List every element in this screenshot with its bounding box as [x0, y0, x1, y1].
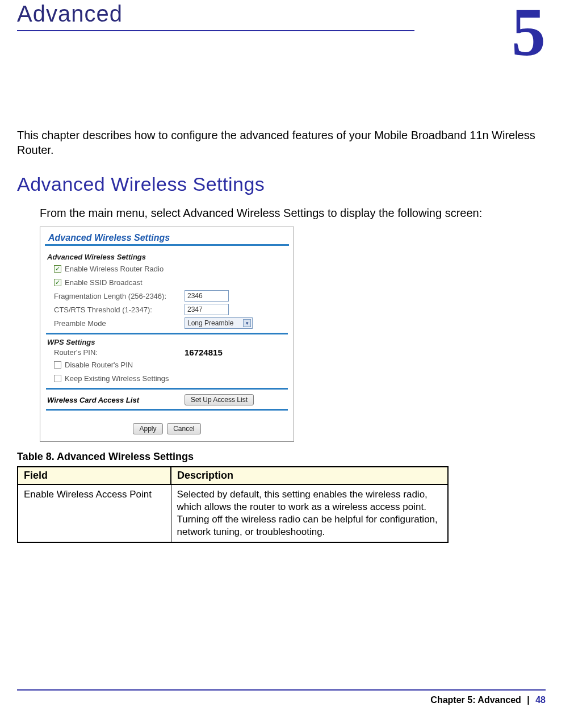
screenshot-title: Advanced Wireless Settings — [45, 229, 289, 246]
screenshot-divider-2 — [46, 388, 288, 390]
th-description: Description — [171, 467, 448, 484]
aws-group-label: Advanced Wireless Settings — [47, 253, 292, 261]
enable-ssid-label: Enable SSID Broadcast — [65, 278, 195, 287]
description-table: Field Description Enable Wireless Access… — [17, 466, 449, 543]
screenshot-divider-3 — [46, 409, 288, 411]
keep-settings-checkbox[interactable]: ✓ — [54, 375, 61, 382]
screenshot-footer: Apply Cancel — [41, 414, 292, 440]
chapter-number: 5 — [512, 0, 546, 72]
chapter-title: Advanced — [17, 1, 557, 27]
router-pin-value: 16724815 — [185, 348, 223, 357]
table-row: Enable Wireless Access Point Selected by… — [18, 484, 448, 542]
router-pin-label: Router's PIN: — [54, 348, 185, 357]
table-caption: Table 8. Advanced Wireless Settings — [17, 451, 574, 463]
chevron-down-icon: ▾ — [243, 319, 251, 327]
cts-label: CTS/RTS Threshold (1-2347): — [54, 306, 185, 314]
fragmentation-input[interactable] — [185, 290, 229, 302]
fragmentation-label: Fragmentation Length (256-2346): — [54, 292, 185, 300]
footer-page-number: 48 — [535, 695, 546, 705]
cts-row: CTS/RTS Threshold (1-2347): — [54, 303, 292, 316]
cell-description: Selected by default, this setting enable… — [171, 484, 448, 542]
section-title: Advanced Wireless Settings — [17, 173, 557, 195]
router-pin-row: Router's PIN: 16724815 — [54, 348, 292, 357]
preamble-label: Preamble Mode — [54, 319, 185, 328]
enable-ssid-row: ✓ Enable SSID Broadcast — [54, 276, 292, 288]
screenshot-divider-1 — [46, 333, 288, 334]
wps-group-label: WPS Settings — [47, 338, 292, 346]
table-header-row: Field Description — [18, 467, 448, 484]
cts-input[interactable] — [185, 304, 229, 315]
page-header: Advanced 5 — [0, 1, 574, 31]
enable-ssid-checkbox[interactable]: ✓ — [54, 279, 61, 286]
footer-separator: | — [527, 695, 529, 705]
enable-radio-row: ✓ Enable Wireless Router Radio — [54, 262, 292, 275]
preamble-select[interactable]: Long Preamble ▾ — [185, 317, 253, 329]
enable-radio-label: Enable Wireless Router Radio — [65, 265, 195, 273]
keep-settings-label: Keep Existing Wireless Settings — [65, 374, 195, 383]
th-field: Field — [18, 467, 171, 484]
disable-pin-label: Disable Router's PIN — [65, 361, 195, 369]
preamble-value: Long Preamble — [187, 319, 233, 327]
apply-button[interactable]: Apply — [133, 423, 162, 434]
screenshot-panel: Advanced Wireless Settings Advanced Wire… — [40, 227, 294, 442]
fragmentation-row: Fragmentation Length (256-2346): — [54, 290, 292, 302]
setup-access-list-button[interactable]: Set Up Access List — [185, 394, 254, 405]
footer-chapter: Chapter 5: Advanced — [430, 695, 521, 705]
enable-radio-checkbox[interactable]: ✓ — [54, 265, 61, 273]
cancel-button[interactable]: Cancel — [167, 423, 200, 434]
disable-pin-checkbox[interactable]: ✓ — [54, 361, 61, 369]
acl-label: Wireless Card Access List — [47, 396, 185, 404]
keep-settings-row: ✓ Keep Existing Wireless Settings — [54, 372, 292, 384]
section-instruction: From the main menu, select Advanced Wire… — [40, 207, 557, 220]
preamble-row: Preamble Mode Long Preamble ▾ — [54, 317, 292, 329]
disable-pin-row: ✓ Disable Router's PIN — [54, 358, 292, 371]
acl-row: Wireless Card Access List Set Up Access … — [47, 394, 292, 405]
intro-paragraph: This chapter describes how to configure … — [17, 128, 557, 157]
page-footer: Chapter 5: Advanced | 48 — [17, 689, 546, 705]
title-rule — [17, 30, 414, 31]
cell-field: Enable Wireless Access Point — [18, 484, 171, 542]
